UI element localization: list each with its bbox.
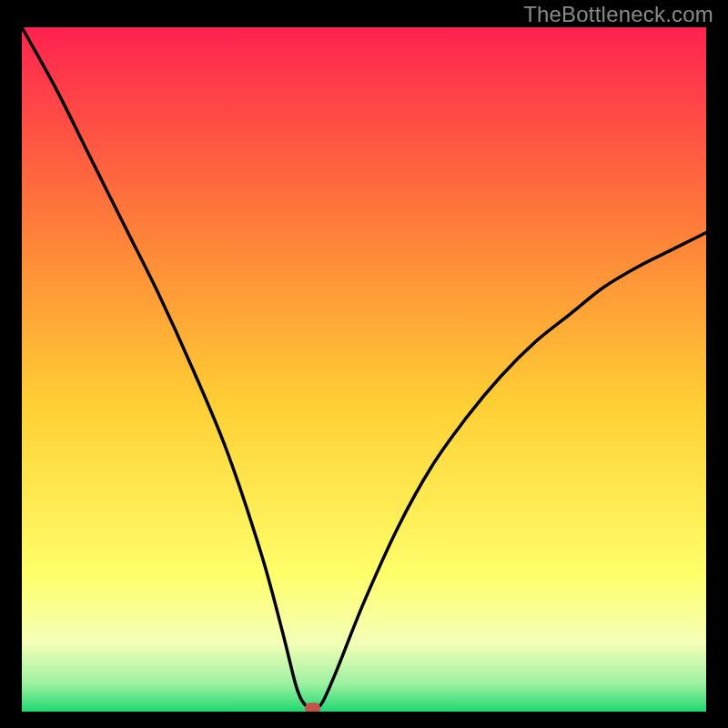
watermark-label: TheBottleneck.com bbox=[523, 2, 713, 27]
optimal-point-marker bbox=[306, 703, 320, 712]
chart-frame: TheBottleneck.com bbox=[0, 0, 728, 728]
bottleneck-chart bbox=[22, 27, 706, 712]
chart-background bbox=[22, 27, 706, 712]
